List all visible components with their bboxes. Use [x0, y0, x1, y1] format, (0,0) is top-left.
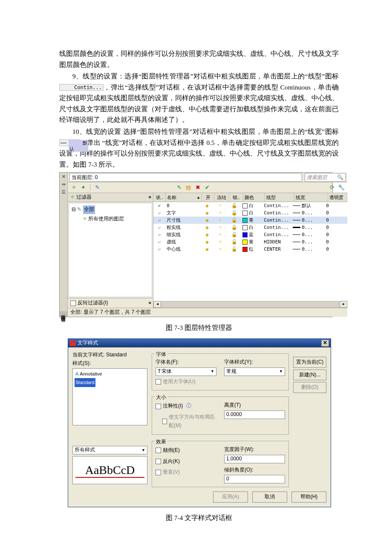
color-cell[interactable]: 黄 [241, 238, 262, 246]
layer-name[interactable]: 尺寸线 [165, 217, 201, 224]
h-scrollbar[interactable]: ◂ ▸ [153, 301, 347, 308]
refresh-icon[interactable]: ⟳ [329, 184, 335, 191]
font-name-select[interactable]: T 宋体 ▼ [156, 367, 216, 376]
lineweight-cell[interactable]: 0... [291, 217, 325, 224]
color-cell[interactable]: 红 [241, 246, 262, 253]
lock-icon[interactable]: 🔓 [228, 217, 241, 224]
col-linetype[interactable]: 线型 [265, 193, 294, 202]
on-icon[interactable]: ◉ [201, 231, 213, 238]
upside-down-checkbox[interactable] [156, 448, 161, 453]
table-row[interactable]: ✔0◉☼🔓白Contin... 默认0 [153, 202, 347, 209]
col-lineweight[interactable]: 线宽 [294, 193, 328, 202]
lock-icon[interactable]: 🔓 [228, 202, 241, 209]
style-filter-select[interactable]: 所有样式 ▼ [72, 446, 147, 454]
lineweight-cell[interactable]: 0... [291, 246, 325, 253]
layer-name[interactable]: 虚线 [165, 238, 201, 246]
transparency-cell[interactable]: 0 [325, 246, 343, 253]
col-color[interactable]: 颜色 [243, 193, 265, 202]
col-on[interactable]: 开 [202, 193, 214, 202]
freeze-icon[interactable]: ☼ [213, 202, 228, 209]
linetype-cell[interactable]: CENTER [262, 246, 291, 253]
table-row[interactable]: ▱虚线◉☼🔓黄HIDDEN 0...0 [153, 238, 347, 246]
layer-name[interactable]: 0 [165, 202, 201, 209]
list-item[interactable]: AAnnotative [75, 370, 145, 378]
backwards-checkbox[interactable] [156, 459, 161, 464]
filter-tree[interactable]: ⊟ ✎ 全部 ✧ 所有使用的图层 [69, 203, 152, 297]
layer-name[interactable]: 文字 [165, 209, 201, 217]
delete-layer-icon[interactable]: ✖ [194, 184, 201, 191]
transparency-cell[interactable]: 0 [325, 231, 343, 238]
lineweight-cell[interactable]: 0... [291, 238, 325, 246]
table-row[interactable]: ▱粗实线◉☼🔓白Contin... 0...0 [153, 224, 347, 231]
lock-icon[interactable]: 🔓 [228, 238, 241, 246]
transparency-cell[interactable]: 0 [325, 224, 343, 231]
transparency-cell[interactable]: 0 [325, 238, 343, 246]
on-icon[interactable]: ◉ [201, 217, 213, 224]
oblique-input[interactable]: 0 [224, 475, 285, 483]
freeze-icon[interactable]: ☼ [213, 224, 228, 231]
new-layer-icon[interactable]: ✧ [70, 184, 77, 191]
scroll-right-icon[interactable]: ▸ [340, 301, 347, 308]
apply-icon[interactable]: ✔ [204, 184, 210, 191]
settings-icon[interactable]: 🔧 [338, 184, 345, 191]
cancel-button[interactable]: 取消 [252, 491, 287, 503]
annotative-checkbox[interactable] [156, 404, 161, 409]
filter-all[interactable]: 全部 [83, 205, 95, 214]
linetype-cell[interactable]: HIDDEN [262, 238, 291, 246]
set-current-icon[interactable]: ✎ [176, 184, 182, 191]
freeze-icon[interactable]: ☼ [213, 209, 228, 217]
lineweight-cell[interactable]: 0... [291, 209, 325, 217]
title-bar[interactable]: 文字样式 ✕ [68, 339, 331, 347]
table-row[interactable]: ▱细实线◉☼🔓蓝Contin... 0...0 [153, 231, 347, 238]
close-icon[interactable]: ✕ [321, 340, 329, 347]
collapse-filter-icon[interactable]: « [148, 193, 150, 202]
lock-icon[interactable]: 🔓 [228, 224, 241, 231]
transparency-cell[interactable]: 0 [325, 202, 343, 209]
close-icon[interactable]: ✕ [61, 173, 66, 179]
set-current-button[interactable]: 置为当前(C) [293, 357, 326, 368]
freeze-icon[interactable]: ☼ [213, 238, 228, 246]
new-layer-vp-icon[interactable]: ✦ [80, 184, 86, 191]
width-factor-input[interactable]: 1.0000 [224, 455, 285, 463]
transparency-cell[interactable]: 0 [325, 217, 343, 224]
on-icon[interactable]: ◉ [201, 209, 213, 217]
pin-icon[interactable]: ⇔ [61, 181, 66, 187]
table-row[interactable]: ▱中心线◉☼🔓红CENTER 0...0 [153, 246, 347, 253]
linetype-cell[interactable]: Contin... [262, 209, 291, 217]
freeze-icon[interactable]: ☼ [213, 246, 228, 253]
scroll-left-icon[interactable]: ◂ [153, 301, 161, 308]
lock-icon[interactable]: 🔓 [228, 246, 241, 253]
lock-icon[interactable]: 🔓 [228, 209, 241, 217]
info-icon[interactable]: ⓘ [186, 402, 191, 410]
lineweight-cell[interactable]: 0... [291, 224, 325, 231]
col-freeze[interactable]: 冻结 [214, 193, 229, 202]
filter-used[interactable]: 所有使用的图层 [88, 216, 124, 222]
list-item[interactable]: Standard [75, 378, 95, 387]
col-name[interactable]: 名称▲ [166, 193, 202, 202]
transparency-cell[interactable]: 0 [325, 209, 343, 217]
collapse-filter-icon-2[interactable]: « [148, 299, 150, 307]
search-input[interactable]: 搜索图层 🔍 [305, 173, 346, 182]
new-filter-icon[interactable]: ▤ [185, 184, 192, 191]
layer-name[interactable]: 细实线 [165, 231, 201, 238]
table-header[interactable]: 状.. 名称▲ 开 冻结 锁.. 颜色 线型 线宽 透明度 [153, 193, 347, 202]
freeze-icon[interactable]: ☼ [213, 231, 228, 238]
col-lock[interactable]: 锁.. [229, 193, 243, 202]
col-state[interactable]: 状.. [153, 193, 166, 202]
on-icon[interactable]: ◉ [201, 202, 213, 209]
lineweight-cell[interactable]: 默认 [291, 202, 325, 209]
color-cell[interactable]: 白 [241, 209, 262, 217]
on-icon[interactable]: ◉ [201, 238, 213, 246]
on-icon[interactable]: ◉ [201, 246, 213, 253]
menu-icon[interactable]: ☰ [61, 189, 66, 195]
col-transparency[interactable]: 透明度 [328, 193, 347, 202]
layer-states-icon[interactable]: ✎ [94, 184, 101, 191]
layer-name[interactable]: 粗实线 [165, 224, 201, 231]
new-button[interactable]: 新建(N)... [293, 370, 326, 381]
linetype-cell[interactable]: Contin... [262, 217, 291, 224]
height-input[interactable]: 0.0000 [224, 410, 285, 419]
color-cell[interactable]: 蓝 [241, 231, 262, 238]
styles-listbox[interactable]: AAnnotativeStandard [72, 368, 147, 425]
linetype-cell[interactable]: Contin... [262, 224, 291, 231]
table-row[interactable]: ▱尺寸线◉☼🔓青Contin... 0...0 [153, 217, 347, 224]
